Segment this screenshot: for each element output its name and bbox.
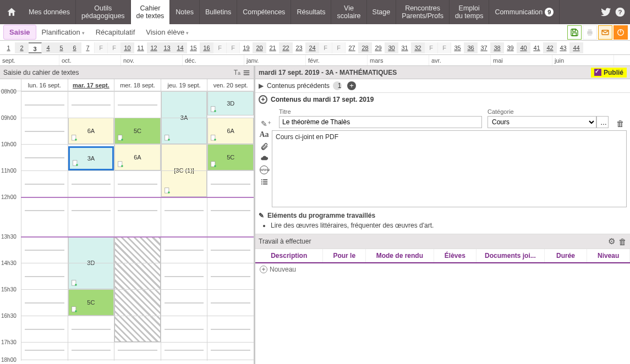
th-docs[interactable]: Documents joi... — [476, 249, 544, 262]
week-1[interactable]: 1 — [2, 42, 15, 53]
delete-icon[interactable]: 🗑 — [614, 119, 627, 128]
week-F[interactable]: F — [319, 42, 332, 53]
plus-circle-icon[interactable]: + — [259, 95, 267, 104]
tab-mes-donnees[interactable]: Mes données — [23, 0, 76, 24]
subtab-recapitulatif[interactable]: Récapitulatif — [90, 25, 141, 39]
subtab-saisie[interactable]: Saisie — [3, 25, 36, 40]
week-40[interactable]: 40 — [517, 42, 530, 53]
text-format-icon[interactable]: Aa — [259, 130, 269, 139]
lesson-ven_3d[interactable]: 3D — [207, 91, 254, 115]
subtab-planification[interactable]: Planification▾ — [36, 25, 90, 39]
publish-toggle[interactable]: Publié — [591, 68, 627, 78]
th-eleves[interactable]: Élèves — [434, 249, 477, 262]
week-F[interactable]: F — [213, 42, 227, 53]
lesson-mar_3a[interactable]: 3A — [68, 146, 114, 170]
categorie-more-button[interactable]: … — [596, 116, 609, 128]
week-2[interactable]: 2 — [15, 42, 29, 53]
cloud-icon[interactable] — [260, 154, 269, 162]
week-22[interactable]: 22 — [280, 42, 293, 53]
week-3[interactable]: 3 — [29, 42, 42, 53]
week-37[interactable]: 37 — [478, 42, 491, 53]
gear-icon[interactable]: ⚙ — [608, 236, 615, 246]
tab-notes[interactable]: Notes — [170, 0, 200, 24]
week-41[interactable]: 41 — [530, 42, 544, 53]
week-F[interactable]: F — [425, 42, 438, 53]
week-10[interactable]: 10 — [121, 42, 134, 53]
week-23[interactable]: 23 — [293, 42, 306, 53]
tab-stage[interactable]: Stage — [367, 0, 397, 24]
day-header-mon[interactable]: lun. 16 sept. — [21, 79, 68, 91]
week-6[interactable]: 6 — [68, 42, 81, 53]
tab-outils-pedagogiques[interactable]: Outils pédagogiques — [76, 0, 131, 24]
subtab-vision-eleve[interactable]: Vision élève▾ — [140, 25, 194, 39]
week-42[interactable]: 42 — [544, 42, 557, 53]
week-4[interactable]: 4 — [42, 42, 55, 53]
week-F[interactable]: F — [227, 42, 240, 53]
week-15[interactable]: 15 — [187, 42, 200, 53]
week-16[interactable]: 16 — [200, 42, 213, 53]
week-F[interactable]: F — [108, 42, 121, 53]
week-21[interactable]: 21 — [266, 42, 280, 53]
work-new-row[interactable]: + Nouveau — [255, 263, 630, 275]
week-14[interactable]: 14 — [174, 42, 187, 53]
tab-competences[interactable]: Compétences — [237, 0, 291, 24]
week-35[interactable]: 35 — [451, 42, 464, 53]
power-button[interactable] — [613, 25, 628, 40]
day-header-tue[interactable]: mar. 17 sept. — [68, 79, 114, 91]
lesson-mer_5c[interactable]: 5C — [114, 118, 161, 144]
th-pour-le[interactable]: Pour le — [323, 249, 366, 262]
tab-bulletins[interactable]: Bulletins — [200, 0, 237, 24]
pencil-icon[interactable]: ✎ — [259, 212, 264, 219]
week-44[interactable]: 44 — [570, 42, 583, 53]
list-tool-icon[interactable] — [260, 178, 269, 186]
twitter-icon[interactable] — [600, 7, 611, 18]
day-header-wed[interactable]: mer. 18 sept. — [114, 79, 161, 91]
week-11[interactable]: 11 — [134, 42, 147, 53]
lesson-mar_6a[interactable]: 6A — [68, 118, 114, 144]
tab-vie-scolaire[interactable]: Vie scolaire — [331, 0, 366, 24]
week-39[interactable]: 39 — [504, 42, 517, 53]
content-editor[interactable]: Cours ci-joint en PDF — [272, 130, 627, 207]
save-button[interactable] — [567, 25, 582, 40]
lesson-ven_5c[interactable]: 5C — [207, 144, 254, 170]
lesson-ven_6a[interactable]: 6A — [207, 118, 254, 144]
week-19[interactable]: 19 — [240, 42, 253, 53]
www-icon[interactable]: www — [260, 166, 269, 174]
trash-icon[interactable]: 🗑 — [618, 237, 627, 246]
th-niveau[interactable]: Niveau — [587, 249, 630, 262]
font-icon[interactable]: Ta — [234, 69, 240, 76]
expand-icon[interactable]: ▶ — [259, 82, 264, 90]
th-description[interactable]: Description — [255, 249, 323, 262]
week-12[interactable]: 12 — [147, 42, 161, 53]
week-27[interactable]: 27 — [346, 42, 359, 53]
home-icon[interactable] — [0, 0, 23, 24]
day-header-fri[interactable]: ven. 20 sept. — [207, 79, 254, 91]
tab-cahier-de-textes[interactable]: Cahier de textes — [131, 0, 171, 24]
week-F[interactable]: F — [95, 42, 108, 53]
day-header-thu[interactable]: jeu. 19 sept. — [161, 79, 207, 91]
week-28[interactable]: 28 — [359, 42, 372, 53]
week-F[interactable]: F — [332, 42, 346, 53]
titre-input[interactable] — [279, 116, 482, 128]
week-F[interactable]: F — [438, 42, 451, 53]
week-5[interactable]: 5 — [55, 42, 68, 53]
week-31[interactable]: 31 — [398, 42, 412, 53]
help-icon[interactable]: ? — [615, 7, 626, 18]
message-button[interactable] — [598, 25, 612, 40]
th-mode[interactable]: Mode de rendu — [366, 249, 434, 262]
week-29[interactable]: 29 — [372, 42, 385, 53]
lesson-mar_5c[interactable]: 5C — [68, 289, 114, 316]
tab-resultats[interactable]: Résultats — [291, 0, 331, 24]
add-prev-button[interactable]: + — [347, 81, 356, 90]
categorie-select[interactable]: Cours — [487, 116, 596, 128]
week-32[interactable]: 32 — [412, 42, 425, 53]
week-13[interactable]: 13 — [161, 42, 174, 53]
list-icon[interactable] — [243, 69, 250, 76]
print-button[interactable] — [583, 25, 597, 40]
th-duree[interactable]: Durée — [545, 249, 588, 262]
week-7[interactable]: 7 — [81, 42, 95, 53]
tab-rencontres[interactable]: Rencontres Parents/Profs — [396, 0, 450, 24]
week-38[interactable]: 38 — [491, 42, 504, 53]
week-24[interactable]: 24 — [306, 42, 319, 53]
week-43[interactable]: 43 — [557, 42, 570, 53]
